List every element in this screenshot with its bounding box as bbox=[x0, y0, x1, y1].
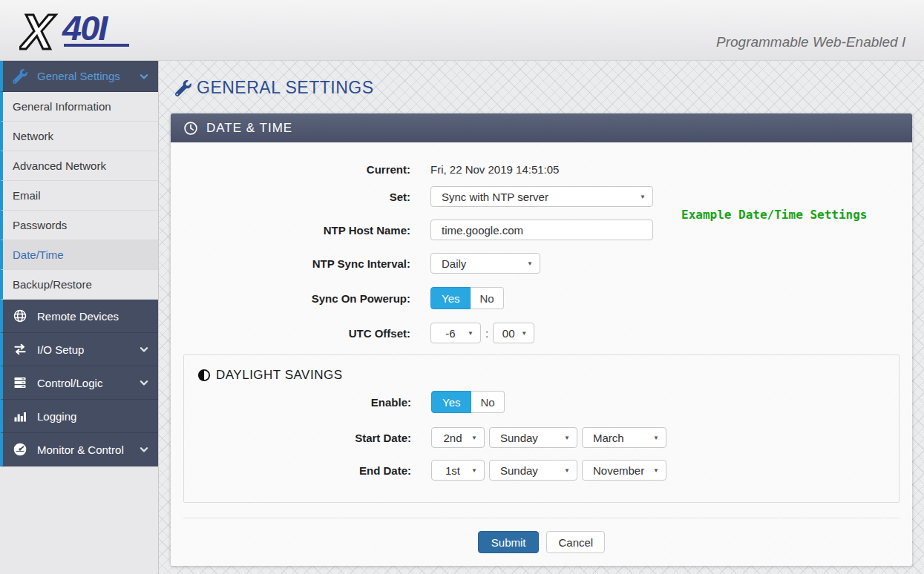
ntp-host-input[interactable] bbox=[430, 220, 653, 240]
sync-powerup-yes-button[interactable]: Yes bbox=[430, 287, 471, 309]
sync-powerup-toggle: Yes No bbox=[430, 287, 504, 309]
select-arrow-icon: ▼ bbox=[468, 330, 474, 337]
dst-end-day-select[interactable]: Sunday ▼ bbox=[489, 460, 577, 481]
sync-powerup-row: Sync On Powerup: Yes No bbox=[171, 287, 912, 309]
set-mode-selected-value: Sync with NTP server bbox=[442, 191, 548, 203]
dst-end-day-value: Sunday bbox=[500, 464, 538, 477]
dst-end-week-select[interactable]: 1st ▼ bbox=[431, 460, 485, 481]
sidebar-item-label: Email bbox=[13, 189, 41, 202]
wrench-icon bbox=[13, 69, 27, 84]
clock-icon bbox=[183, 121, 198, 136]
panel-title-text: DATE & TIME bbox=[206, 121, 292, 136]
server-stack-icon bbox=[13, 375, 27, 390]
sidebar-item-email[interactable]: Email bbox=[0, 181, 158, 211]
button-divider bbox=[183, 518, 900, 518]
dst-end-month-value: November bbox=[593, 464, 644, 477]
sidebar-item-label: Network bbox=[13, 130, 53, 142]
utc-offset-minutes-value: 00 bbox=[502, 327, 515, 340]
sidebar-item-logging[interactable]: Logging bbox=[0, 400, 158, 433]
sidebar-item-label: Passwords bbox=[13, 219, 67, 231]
logo-x-letter: X bbox=[19, 6, 56, 56]
sidebar-item-advanced-network[interactable]: Advanced Network bbox=[0, 151, 158, 181]
set-label: Set: bbox=[171, 191, 410, 203]
dst-start-month-value: March bbox=[593, 432, 624, 444]
form-actions: Submit Cancel bbox=[171, 531, 912, 553]
sidebar-item-label: Backup/Restore bbox=[13, 278, 92, 291]
ntp-interval-label: NTP Sync Interval: bbox=[171, 257, 410, 270]
daylight-savings-title-text: DAYLIGHT SAVINGS bbox=[216, 368, 343, 383]
gauge-icon bbox=[13, 442, 27, 457]
io-arrows-icon bbox=[13, 342, 27, 357]
select-arrow-icon: ▼ bbox=[471, 435, 477, 441]
app-header: X 40I Programmable Web-Enabled I bbox=[0, 0, 924, 61]
sidebar-item-label: Monitor & Control bbox=[37, 443, 124, 456]
select-arrow-icon: ▼ bbox=[653, 435, 659, 441]
select-arrow-icon: ▼ bbox=[653, 467, 659, 474]
dst-start-month-select[interactable]: March ▼ bbox=[582, 427, 666, 448]
utc-offset-hours-select[interactable]: -6 ▼ bbox=[430, 323, 481, 343]
dst-end-week-value: 1st bbox=[445, 464, 460, 477]
set-mode-select[interactable]: Sync with NTP server ▼ bbox=[430, 186, 653, 207]
select-arrow-icon: ▼ bbox=[564, 467, 570, 474]
utc-offset-row: UTC Offset: -6 ▼ : 00 ▼ bbox=[171, 323, 912, 343]
sidebar-item-remote-devices[interactable]: Remote Devices bbox=[0, 300, 158, 333]
daylight-savings-section: DAYLIGHT SAVINGS Enable: Yes No Start Da… bbox=[183, 354, 900, 503]
sidebar-item-date-time[interactable]: Date/Time bbox=[0, 240, 158, 270]
dst-enable-toggle: Yes No bbox=[431, 391, 505, 413]
ntp-interval-select[interactable]: Daily ▼ bbox=[430, 253, 540, 274]
half-circle-contrast-icon bbox=[197, 369, 211, 382]
sidebar-item-label: Logging bbox=[37, 410, 76, 423]
select-arrow-icon: ▼ bbox=[640, 194, 646, 200]
logo-model-number: 40I bbox=[62, 8, 108, 47]
select-arrow-icon: ▼ bbox=[521, 330, 527, 337]
x401-logo: X 40I bbox=[19, 6, 168, 59]
sidebar-item-general-information[interactable]: General Information bbox=[0, 92, 158, 122]
sidebar-item-label: General Information bbox=[13, 100, 111, 113]
cancel-button[interactable]: Cancel bbox=[546, 531, 605, 553]
dst-end-month-select[interactable]: November ▼ bbox=[582, 460, 666, 481]
sync-powerup-label: Sync On Powerup: bbox=[171, 292, 410, 305]
date-time-panel: DATE & TIME Example Date/Time Settings C… bbox=[171, 113, 912, 566]
current-time-row: Current: Fri, 22 Nov 2019 14:51:05 bbox=[171, 163, 912, 176]
sidebar-item-label: Advanced Network bbox=[13, 159, 106, 172]
wrench-icon bbox=[175, 80, 191, 96]
sidebar-item-general-settings[interactable]: General Settings bbox=[0, 61, 158, 92]
ntp-interval-selected-value: Daily bbox=[442, 257, 466, 270]
current-time-value: Fri, 22 Nov 2019 14:51:05 bbox=[430, 163, 559, 176]
sidebar-item-label: Control/Logic bbox=[37, 377, 102, 389]
select-arrow-icon: ▼ bbox=[564, 435, 570, 441]
sidebar-item-monitor-control[interactable]: Monitor & Control bbox=[0, 433, 158, 466]
logo-underline bbox=[64, 44, 129, 47]
chevron-down-icon bbox=[139, 377, 149, 388]
page-title-text: GENERAL SETTINGS bbox=[197, 78, 373, 98]
dst-start-day-select[interactable]: Sunday ▼ bbox=[489, 427, 577, 448]
set-row: Set: Sync with NTP server ▼ bbox=[171, 186, 912, 207]
dst-start-day-value: Sunday bbox=[500, 432, 538, 444]
page-title: GENERAL SETTINGS bbox=[175, 78, 373, 98]
utc-offset-minutes-select[interactable]: 00 ▼ bbox=[493, 323, 534, 343]
dst-start-week-select[interactable]: 2nd ▼ bbox=[431, 427, 485, 448]
sidebar-nav: General Settings General Information Net… bbox=[0, 61, 159, 574]
sidebar-item-io-setup[interactable]: I/O Setup bbox=[0, 333, 158, 366]
dst-enable-label: Enable: bbox=[184, 396, 411, 409]
logo-graphic: X 40I bbox=[19, 6, 168, 56]
chevron-down-icon bbox=[139, 344, 149, 354]
sync-powerup-no-button[interactable]: No bbox=[471, 287, 503, 309]
example-settings-annotation: Example Date/Time Settings bbox=[681, 208, 867, 222]
sidebar-group-label: General Settings bbox=[37, 70, 120, 82]
sidebar-item-passwords[interactable]: Passwords bbox=[0, 211, 158, 240]
dst-enable-no-button[interactable]: No bbox=[471, 391, 504, 413]
sidebar-item-backup-restore[interactable]: Backup/Restore bbox=[0, 270, 158, 300]
sidebar-item-control-logic[interactable]: Control/Logic bbox=[0, 366, 158, 400]
dst-enable-yes-button[interactable]: Yes bbox=[431, 391, 471, 413]
submit-button[interactable]: Submit bbox=[478, 531, 540, 553]
sidebar-item-label: I/O Setup bbox=[37, 343, 84, 356]
panel-body: Example Date/Time Settings Current: Fri,… bbox=[171, 142, 912, 553]
sidebar-item-network[interactable]: Network bbox=[0, 122, 158, 151]
utc-offset-separator: : bbox=[485, 327, 488, 340]
ntp-host-label: NTP Host Name: bbox=[171, 224, 410, 237]
dst-end-date-row: End Date: 1st ▼ Sunday ▼ November ▼ bbox=[184, 460, 899, 481]
sidebar-item-label: Remote Devices bbox=[37, 310, 119, 323]
ntp-interval-row: NTP Sync Interval: Daily ▼ bbox=[171, 253, 912, 274]
globe-icon bbox=[13, 309, 27, 323]
